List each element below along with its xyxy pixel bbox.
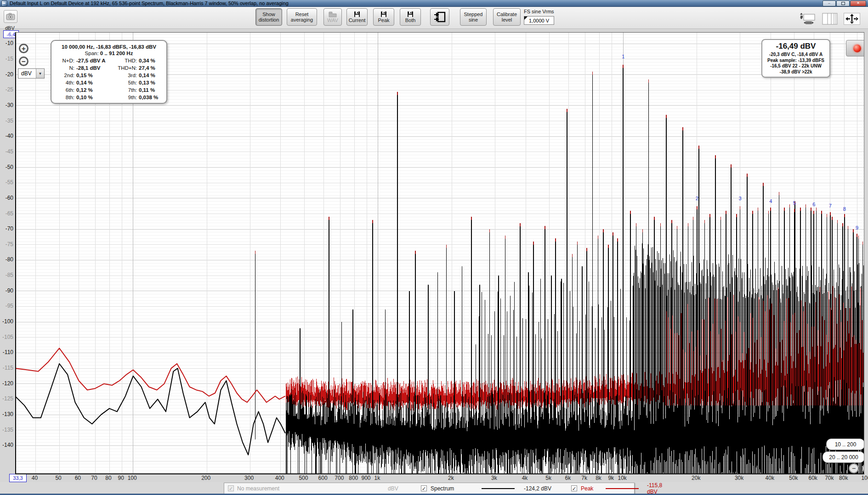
reset-averaging-button[interactable]: Reset averaging (287, 8, 317, 26)
expand-arrows-icon (844, 13, 860, 25)
distortion-readout-box: 10 000,00 Hz, -16,83 dBFS, -16,83 dBV Sp… (51, 40, 167, 104)
zoom-out-x-button[interactable]: − (849, 463, 859, 473)
x-axis-label: 600 (314, 475, 332, 481)
distortion-cell: 27,4 % (139, 65, 163, 71)
distortion-cell: THD+N: (113, 65, 137, 71)
x-axis-left-value-field[interactable]: 33,3 (9, 474, 27, 482)
no-measurement-checkbox[interactable]: ✓ (228, 485, 234, 491)
range-10-200-button[interactable]: 10 .. 200 (826, 439, 864, 450)
zoom-out-y-button[interactable]: − (19, 56, 28, 66)
x-axis-label: 6k (559, 475, 577, 481)
stepped-sine-button[interactable]: Stepped sine (460, 8, 487, 26)
show-distortion-button[interactable]: Show distortion (255, 8, 282, 26)
minimize-button[interactable]: – (823, 0, 836, 6)
loopback-button[interactable] (430, 8, 449, 26)
y-axis-label: -125 (0, 395, 13, 402)
y-axis-label: -85 (0, 272, 13, 278)
x-axis-label: 2k (442, 475, 460, 481)
app-icon (1, 0, 7, 6)
harmonic-marker-5: 5 (793, 200, 796, 206)
distortion-cell: 9th: (113, 95, 137, 100)
distortion-cell: -27,5 dBV A (76, 58, 111, 63)
y-axis-label: -95 (0, 303, 13, 309)
title-bar: Default Input L on Default Device at 192… (0, 0, 868, 7)
distortion-cell: N: (55, 65, 74, 71)
distortion-cell: N+D: (55, 58, 74, 63)
x-axis-label: 500 (294, 475, 312, 481)
x-axis-label: 40k (760, 475, 779, 481)
x-axis-label: 50 (49, 475, 68, 481)
save-current-button[interactable]: Current (346, 8, 368, 26)
fs-sine-vrms-input[interactable]: 1,0000 V (524, 16, 554, 25)
y-axis-label: -110 (0, 349, 13, 355)
reset-averaging-label: Reset averaging (288, 11, 316, 22)
calibrate-level-button[interactable]: Calibrate level (493, 8, 521, 26)
y-axis-label: -75 (0, 241, 13, 248)
distortion-cell: 4th: (55, 80, 74, 85)
x-axis-label: 60k (804, 475, 822, 481)
calibrate-level-label: Calibrate level (494, 11, 519, 22)
x-axis-label: 10k (613, 475, 631, 481)
x-axis-label: 200 (197, 475, 215, 481)
legend-panel: ✓ No measurement dBV ✓ Spectrum -124,2 d… (224, 483, 635, 494)
x-axis-label: 60 (68, 475, 87, 481)
y-axis-label: -30 (0, 102, 13, 108)
restore-button[interactable] (836, 0, 850, 6)
spectrum-legend-label: Spectrum (431, 483, 454, 494)
save-peak-button[interactable]: Peak (373, 8, 394, 26)
spectrum-checkbox[interactable]: ✓ (421, 485, 427, 491)
x-axis-label: 100k (858, 475, 868, 481)
distortion-cell: THD: (113, 58, 137, 63)
distortion-cell: 7th: (113, 87, 137, 93)
zoom-in-y-button[interactable]: + (19, 44, 28, 53)
stepped-sine-label: Stepped sine (461, 11, 485, 22)
y-axis-label: -120 (0, 380, 13, 387)
x-axis-label: 80k (834, 475, 853, 481)
fit-amplitude-button[interactable] (800, 12, 816, 25)
y-axis-label: -10 (0, 40, 13, 46)
y-axis-label: -140 (0, 442, 13, 448)
x-axis-label: 300 (240, 475, 258, 481)
record-icon (853, 45, 861, 52)
x-axis-label: 5k (539, 475, 558, 481)
status-bar: ✓ No measurement dBV ✓ Spectrum -124,2 d… (0, 482, 868, 494)
legend-unit-label: dBV (388, 483, 398, 494)
range-20-20000-button[interactable]: 20 .. 20 000 (823, 451, 864, 463)
x-axis-label: 30k (730, 475, 749, 481)
save-both-button[interactable]: Both (400, 8, 421, 26)
y-unit-dropdown[interactable]: dBV ▼ (18, 68, 45, 79)
close-button[interactable]: ✕ (850, 0, 866, 6)
level-line3: Peak sample: -13,39 dBFS (763, 58, 828, 64)
spectrum-analyzer-window: { "window": { "title": "Default Input L … (0, 0, 868, 495)
y-axis-label: -50 (0, 164, 13, 170)
level-main-value: -16,49 dBV (763, 42, 828, 51)
save-current-label: Current (349, 17, 366, 23)
no-measurement-label: No measurement (237, 483, 279, 494)
frequency-bands-button[interactable] (822, 12, 838, 25)
fs-sine-vrms-value: 1,0000 V (529, 18, 549, 23)
x-axis-label: 3k (485, 475, 503, 481)
save-wav-button[interactable]: WAV (323, 8, 342, 26)
save-both-label: Both (405, 17, 416, 23)
distortion-values-grid: N+D:-27,5 dBV ATHD:0,34 %N:-28,1 dBVTHD+… (55, 58, 163, 100)
peak-legend-label: Peak (581, 483, 593, 494)
x-axis-label: 400 (271, 475, 289, 481)
cursor-readout: 10 000,00 Hz, -16,83 dBFS, -16,83 dBV (62, 44, 156, 50)
record-button[interactable] (846, 40, 864, 56)
distortion-cell: 0,34 % (139, 58, 163, 63)
expand-scale-button[interactable] (844, 12, 860, 25)
distortion-cell: 0,14 % (76, 80, 111, 85)
spectrum-plot[interactable]: 123456789 + − dBV ▼ 10 000,00 Hz, -16,83… (15, 32, 864, 474)
y-axis-label: -25 (0, 86, 13, 93)
folder-icon (329, 11, 337, 17)
distortion-cell: 3rd: (113, 73, 137, 78)
harmonic-marker-4: 4 (769, 198, 772, 204)
y-axis-label: -20 (0, 71, 13, 78)
peak-checkbox[interactable]: ✓ (571, 485, 577, 491)
peak-legend-value: -115,8 dBV (647, 483, 662, 494)
distortion-cell: 0,13 % (139, 80, 163, 85)
spectrum-legend-value: -124,2 dBV (524, 483, 551, 494)
screenshot-button[interactable] (4, 10, 17, 23)
y-axis-label: -115 (0, 365, 13, 371)
floppy-icon (380, 11, 387, 17)
